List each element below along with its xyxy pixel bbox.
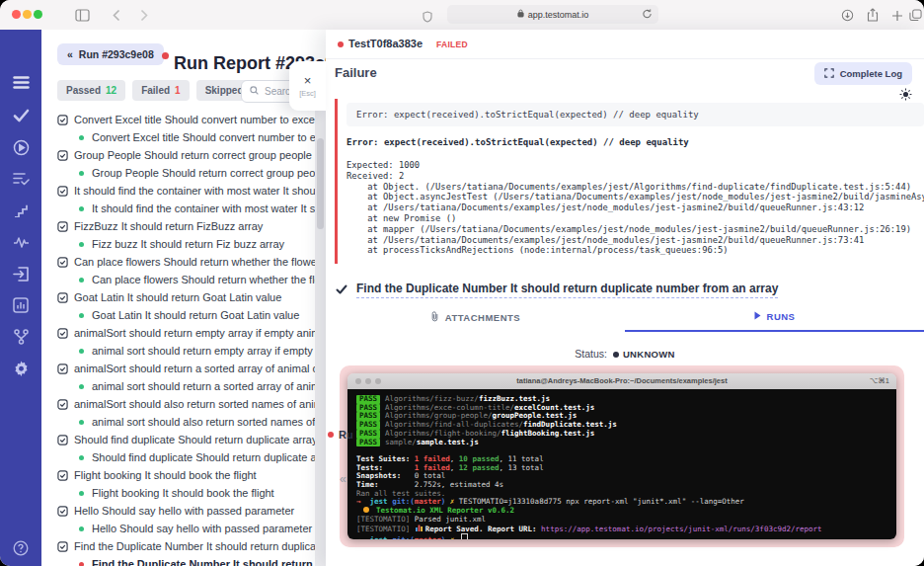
test-case-row[interactable]: animal sort should return a sorted array…	[41, 377, 326, 395]
tests-icon[interactable]	[0, 103, 41, 128]
test-suite-row[interactable]: Flight booking It should book the flight	[41, 466, 326, 484]
sidebar-toggle-icon[interactable]	[75, 8, 90, 26]
stack-line: at /Users/tatiana/Documents/examples/jes…	[346, 202, 924, 213]
test-case-row[interactable]: animal sort should also return sorted na…	[41, 413, 326, 431]
test-case-row[interactable]: Goat Latin It should return Goat Latin v…	[41, 306, 326, 324]
zoom-window-button[interactable]	[34, 10, 42, 19]
suite-icon	[57, 506, 68, 517]
privacy-shield-icon[interactable]	[423, 9, 432, 27]
test-case-row[interactable]: Flight booking It should book the flight	[41, 484, 326, 502]
suite-title: Can place flowers Should return whether …	[74, 256, 326, 268]
settings-gear-icon[interactable]	[0, 356, 41, 381]
error-summary: Error: expect(received).toStrictEqual(ex…	[346, 103, 924, 126]
tab-overview-icon[interactable]	[909, 8, 922, 26]
back-icon[interactable]	[113, 8, 120, 26]
suite-title: Goat Latin It should return Goat Latin v…	[74, 291, 281, 303]
test-plans-icon[interactable]	[0, 166, 41, 192]
test-suite-row[interactable]: Group People Should return correct group…	[41, 146, 326, 164]
test-suite-row[interactable]: Convert Excel title Should convert numbe…	[41, 111, 326, 128]
terminal-saved-line: [TESTOMATIO] Report Saved. Report URL: h…	[356, 525, 887, 534]
test-case-row[interactable]: Should find duplicate Should return dupl…	[41, 448, 326, 466]
test-suite-row[interactable]: animalSort should return empty array if …	[41, 324, 326, 342]
failed-label: Failed	[141, 85, 170, 96]
import-icon[interactable]	[0, 261, 41, 286]
terminal-text: jest	[370, 535, 388, 539]
help-icon[interactable]	[0, 535, 41, 561]
close-panel-button[interactable]: × [Esc]	[289, 61, 326, 111]
reload-icon[interactable]	[642, 8, 653, 22]
stack-line: Received: 2	[346, 171, 924, 182]
downloads-icon[interactable]	[841, 8, 854, 26]
suite-title: Convert Excel title Should convert numbe…	[74, 114, 326, 125]
case-title: animal sort should also return sorted na…	[92, 416, 326, 428]
url-text: app.testomat.io	[528, 10, 589, 20]
test-suite-row[interactable]: animalSort should return a sorted array …	[41, 360, 326, 377]
analytics-icon[interactable]	[0, 292, 41, 318]
case-title: Goat Latin It should return Goat Latin v…	[92, 309, 299, 321]
expand-icon	[824, 68, 834, 80]
test-suite-row[interactable]: FizzBuzz It should return FizBuzz array	[41, 217, 326, 235]
complete-log-button[interactable]: Complete Log	[814, 62, 912, 85]
suite-icon	[57, 186, 68, 197]
tab-attachments[interactable]: ATTACHMENTS	[326, 302, 625, 332]
collapse-icon[interactable]: «	[340, 472, 346, 486]
terminal-text: ✗	[450, 497, 455, 506]
suite-title: FizzBuzz It should return FizBuzz array	[74, 220, 263, 232]
list-scrollbar[interactable]	[315, 81, 326, 566]
filter-failed[interactable]: Failed 1	[132, 80, 189, 101]
stack-line: Expected: 1000	[346, 160, 924, 171]
share-icon[interactable]	[867, 8, 879, 26]
test-suite-row[interactable]: animalSort should also return sorted nam…	[41, 395, 326, 413]
app-sidebar	[0, 30, 41, 566]
close-window-button[interactable]	[12, 10, 21, 19]
test-case-row[interactable]: Fizz buzz It should return Fiz buzz arra…	[41, 235, 326, 253]
new-tab-icon[interactable]	[891, 8, 903, 26]
tab-runs[interactable]: RUNS	[625, 302, 924, 332]
terminal-text: ✗	[450, 535, 455, 539]
case-title: Flight booking It should book the flight	[92, 487, 274, 499]
run-list-item-fragment: Ru	[328, 429, 357, 441]
test-suite-row[interactable]: Goat Latin It should return Goat Latin v…	[41, 288, 326, 306]
runs-icon[interactable]	[0, 134, 41, 160]
case-status-dot	[79, 242, 84, 247]
runs-label: RUNS	[767, 311, 796, 322]
test-case-row[interactable]: Convert Excel title Should convert numbe…	[41, 128, 326, 146]
back-to-run-button[interactable]: « Run #293c9e08	[57, 43, 164, 65]
test-title[interactable]: Find the Duplicate Number It should retu…	[356, 282, 778, 298]
url-bar[interactable]: app.testomat.io	[447, 5, 658, 24]
steps-icon[interactable]	[0, 198, 41, 223]
test-suite-row[interactable]: Hello Should say hello with passed param…	[41, 502, 326, 520]
test-suite-row[interactable]: It should find the container with most w…	[41, 182, 326, 200]
test-case-row[interactable]: Hello Should say hello with passed param…	[41, 520, 326, 537]
terminal-text: Parsed junit.xml	[415, 515, 486, 524]
menu-icon[interactable]	[0, 69, 41, 95]
terminal-text: [TESTOMATIO]	[356, 525, 410, 533]
minimize-window-button[interactable]	[23, 10, 32, 19]
test-case-row[interactable]: It should find the container with most w…	[41, 200, 326, 217]
test-case-row[interactable]: animal sort should return empty array if…	[41, 342, 326, 360]
suite-icon	[57, 399, 68, 410]
test-case-row[interactable]: Group People Should return correct group…	[41, 164, 326, 182]
branches-icon[interactable]	[0, 324, 41, 350]
run-report-panel: « Run #293c9e08 Run Report #293c9e08 Pas…	[41, 30, 326, 566]
suite-title: animalSort should return a sorted array …	[74, 363, 326, 374]
theme-sun-icon[interactable]	[899, 87, 912, 105]
run-fragment-text: Ru	[339, 429, 353, 441]
test-case-row[interactable]: Can place flowers Should return whether …	[41, 271, 326, 288]
filter-passed[interactable]: Passed 12	[57, 80, 125, 101]
status-badge: FAILED	[436, 40, 468, 49]
browser-chrome: app.testomat.io	[0, 0, 924, 31]
terminal-parsed-line: [TESTOMATIO] Parsed junit.xml	[356, 516, 887, 525]
lock-icon	[517, 9, 524, 20]
test-case-row[interactable]: Find the Duplicate Number It should retu…	[41, 555, 326, 566]
terminal-titlebar: tatiana@Andreys-MacBook-Pro:~/Documents/…	[347, 373, 896, 389]
test-id[interactable]: TestT0f8a383e	[348, 38, 423, 49]
terminal-text: 1 failed	[415, 454, 450, 463]
test-suite-row[interactable]: Should find duplicate Should return dupl…	[41, 431, 326, 448]
test-suite-row[interactable]: Can place flowers Should return whether …	[41, 253, 326, 271]
pulse-icon[interactable]	[0, 229, 41, 255]
terminal-text: Snapshots:	[356, 471, 401, 480]
forward-icon[interactable]	[140, 8, 148, 26]
terminal-screenshot[interactable]: tatiana@Andreys-MacBook-Pro:~/Documents/…	[347, 373, 896, 539]
test-suite-row[interactable]: Find the Duplicate Number It should retu…	[41, 537, 326, 555]
